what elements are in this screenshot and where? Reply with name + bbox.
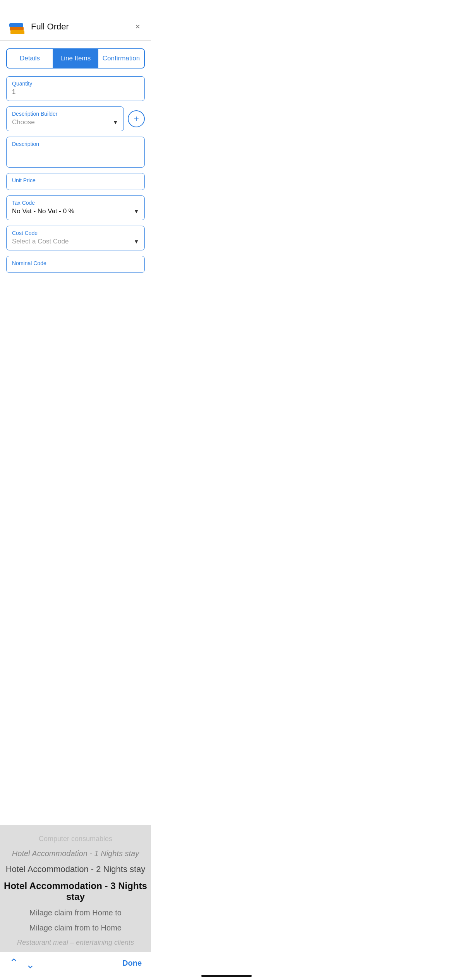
description-builder-label: Description Builder xyxy=(12,111,118,117)
app-logo xyxy=(9,19,26,34)
logo-layer-bottom xyxy=(10,30,25,34)
add-line-item-button[interactable]: + xyxy=(128,110,145,127)
form-area: Quantity 1 Description Builder Choose ▼ … xyxy=(0,69,151,273)
cost-code-label: Cost Code xyxy=(12,230,139,236)
unit-price-field[interactable]: Unit Price xyxy=(6,173,145,190)
cost-code-field[interactable]: Cost Code Select a Cost Code ▼ xyxy=(6,226,145,250)
nominal-code-label: Nominal Code xyxy=(12,260,139,266)
header: Full Order × xyxy=(0,0,151,41)
page-title: Full Order xyxy=(31,22,134,32)
quantity-value[interactable]: 1 xyxy=(12,88,139,96)
description-builder-value: Choose xyxy=(12,118,35,126)
tab-confirmation[interactable]: Confirmation xyxy=(98,49,144,68)
cost-code-placeholder: Select a Cost Code xyxy=(12,238,69,245)
description-builder-row: Description Builder Choose ▼ + xyxy=(6,106,145,131)
tax-code-field[interactable]: Tax Code No Vat - No Vat - 0 % ▼ xyxy=(6,195,145,220)
tab-details[interactable]: Details xyxy=(7,49,53,68)
unit-price-label: Unit Price xyxy=(12,177,139,183)
cost-code-dropdown-row: Select a Cost Code ▼ xyxy=(12,238,139,245)
tax-code-label: Tax Code xyxy=(12,200,139,206)
tax-code-dropdown-row: No Vat - No Vat - 0 % ▼ xyxy=(12,207,139,215)
nominal-code-field[interactable]: Nominal Code xyxy=(6,256,145,273)
description-field[interactable]: Description xyxy=(6,137,145,168)
quantity-field[interactable]: Quantity 1 xyxy=(6,76,145,101)
quantity-label: Quantity xyxy=(12,81,139,87)
description-builder-field[interactable]: Description Builder Choose ▼ xyxy=(6,106,124,131)
description-builder-dropdown-row: Choose ▼ xyxy=(12,118,118,126)
close-button[interactable]: × xyxy=(134,20,142,33)
cost-code-arrow-icon: ▼ xyxy=(134,238,139,245)
description-builder-arrow-icon: ▼ xyxy=(113,119,118,125)
tax-code-value: No Vat - No Vat - 0 % xyxy=(12,207,74,215)
tab-bar: Details Line Items Confirmation xyxy=(6,48,145,69)
tax-code-arrow-icon: ▼ xyxy=(134,208,139,214)
description-label: Description xyxy=(12,141,139,147)
tab-lineitems[interactable]: Line Items xyxy=(53,49,98,68)
